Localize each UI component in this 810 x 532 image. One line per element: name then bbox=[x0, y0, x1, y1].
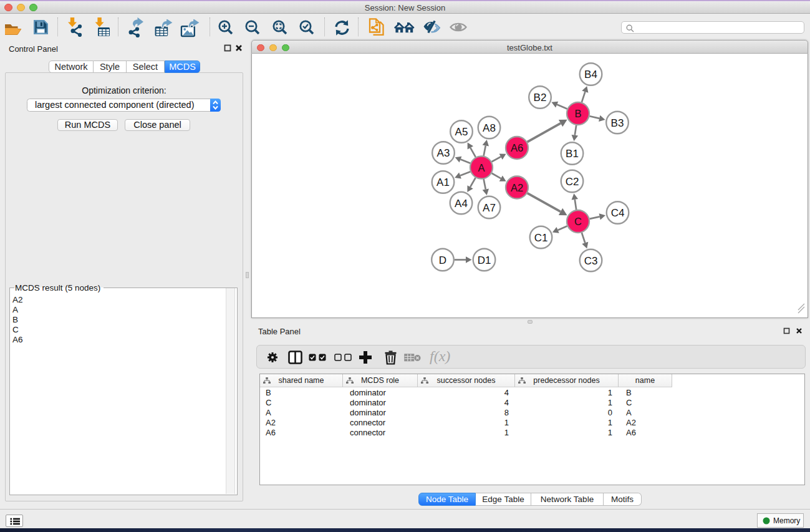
svg-text:C3: C3 bbox=[584, 255, 598, 267]
svg-text:C4: C4 bbox=[611, 207, 625, 219]
svg-text:C: C bbox=[574, 216, 582, 227]
svg-text:A6: A6 bbox=[511, 142, 523, 153]
svg-text:C1: C1 bbox=[534, 232, 548, 244]
svg-text:B2: B2 bbox=[534, 92, 547, 104]
svg-text:A7: A7 bbox=[483, 202, 496, 214]
svg-text:D: D bbox=[439, 254, 446, 266]
svg-text:A1: A1 bbox=[436, 177, 450, 188]
svg-text:B1: B1 bbox=[566, 148, 579, 160]
svg-text:A2: A2 bbox=[511, 182, 523, 193]
svg-text:C2: C2 bbox=[566, 176, 579, 188]
svg-text:A4: A4 bbox=[455, 198, 468, 210]
svg-text:B3: B3 bbox=[611, 117, 624, 129]
svg-text:D1: D1 bbox=[478, 254, 491, 266]
svg-text:B4: B4 bbox=[584, 69, 597, 80]
svg-text:A5: A5 bbox=[455, 126, 468, 138]
svg-text:A: A bbox=[478, 162, 485, 173]
svg-text:A3: A3 bbox=[437, 147, 450, 159]
svg-text:A8: A8 bbox=[483, 122, 496, 134]
svg-text:B: B bbox=[574, 108, 581, 119]
